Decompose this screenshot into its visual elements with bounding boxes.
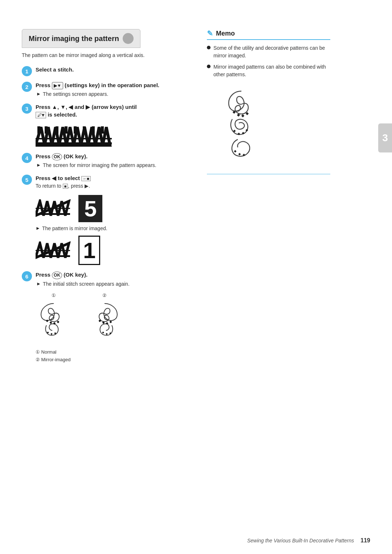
step-3: 3 Press ▲, ▼, ◀ and ▶ (arrow keys) until… [22, 103, 185, 118]
ok-key-icon-4: OK [52, 153, 62, 161]
section-title-box: Mirror imaging the pattern [22, 29, 140, 48]
step-num-4: 4 [22, 153, 32, 163]
mirror-zigzag-svg [36, 199, 72, 217]
step-2-content: Press ▶▼ (settings key) in the operation… [36, 81, 185, 98]
svg-rect-18 [49, 321, 52, 324]
mirror-select-icon: ←■ [81, 176, 91, 181]
memo-dot-1 [207, 46, 211, 49]
memo-item-2: Mirror imaged patterns can also be combi… [207, 63, 330, 78]
step-num-5: 5 [22, 175, 32, 185]
svg-rect-2 [45, 126, 48, 134]
svg-rect-3 [56, 126, 58, 134]
step-4-content: Press OK (OK key). ► The screen for mirr… [36, 152, 185, 169]
memo-title-text: Memo [216, 30, 235, 37]
return-icon: ■ [63, 184, 68, 189]
diagram-mirror: ② [86, 293, 123, 343]
bottom-diagrams: ① [36, 293, 185, 343]
mirror-zigzag-svg-2 [36, 241, 72, 260]
display-num-5: 5 [78, 195, 102, 222]
step-num-1: 1 [22, 66, 32, 76]
step-2-bullet: ► The settings screen appears. [36, 91, 185, 98]
svg-rect-33 [241, 114, 244, 117]
caption-mirror: ② Mirror-imaged [36, 356, 185, 364]
memo-title-bar: ✎ Memo [207, 29, 330, 40]
step-num-6: 6 [22, 271, 32, 281]
step-6-label: Press OK (OK key). [36, 271, 185, 279]
step-5-content: Press ◀ to select ←■ To return to ■, pre… [36, 174, 185, 190]
step-num-3: 3 [22, 103, 32, 114]
arrow-icon-2: ► [36, 91, 41, 97]
memo-list: Some of the utility and decorative patte… [207, 44, 330, 78]
memo-dot-2 [207, 65, 211, 68]
step-1-content: Select a stitch. [36, 66, 185, 73]
step-1: 1 Select a stitch. [22, 66, 185, 76]
intro-text: The pattern can be mirror imaged along a… [22, 52, 185, 59]
svg-rect-8 [101, 126, 104, 134]
caption-normal: ① Normal [36, 349, 185, 356]
svg-rect-30 [109, 332, 111, 334]
mirror-display-5-row: 5 [36, 195, 185, 222]
arrow-icon-6: ► [36, 281, 41, 286]
step-5: 5 Press ◀ to select ←■ To return to ■, p… [22, 174, 185, 190]
title-tab-shape [123, 33, 134, 44]
svg-rect-5 [74, 126, 77, 134]
page-tab-number: 3 [382, 132, 388, 144]
stitch-pattern-svg [36, 123, 112, 149]
step-1-label: Select a stitch. [36, 66, 185, 73]
stitch-icon-label: 🖊▼ [36, 112, 46, 118]
step-6-content: Press OK (OK key). ► The initial stitch … [36, 271, 185, 288]
step-6-bullet: ► The initial stitch screen appears agai… [36, 281, 185, 288]
step-6-bullet-text: The initial stitch screen appears again. [43, 281, 130, 288]
right-column: ✎ Memo Some of the utility and decorativ… [196, 15, 341, 539]
right-decorative-svg [218, 86, 265, 166]
diagram-normal: ① [36, 293, 72, 343]
decorative-pattern-img [218, 86, 330, 167]
svg-rect-10 [36, 138, 112, 139]
step-2-label: Press ▶▼ (settings key) in the operation… [36, 81, 185, 89]
step-2: 2 Press ▶▼ (settings key) in the operati… [22, 81, 185, 98]
footer-page-number: 119 [360, 537, 370, 544]
svg-rect-29 [106, 333, 108, 335]
svg-rect-15 [36, 255, 70, 257]
settings-key-icon: ▶▼ [52, 82, 63, 90]
footer-italic-text: Sewing the Various Built-In Decorative P… [247, 538, 354, 543]
ok-key-icon-6: OK [52, 272, 62, 279]
step-4-label: Press OK (OK key). [36, 152, 185, 160]
svg-rect-40 [238, 153, 241, 155]
svg-rect-1 [37, 126, 40, 134]
section-title: Mirror imaging the pattern [29, 34, 119, 43]
step-3-label: Press ▲, ▼, ◀ and ▶ (arrow keys) until 🖊… [36, 103, 185, 118]
caption-list: ① Normal ② Mirror-imaged [36, 349, 185, 364]
step-5-sub: To return to ■, press ▶. [36, 183, 185, 190]
display-num-1: 1 [78, 236, 100, 265]
memo-icon: ✎ [207, 29, 213, 38]
memo-item-1: Some of the utility and decorative patte… [207, 44, 330, 60]
right-divider [207, 174, 330, 174]
page-footer: Sewing the Various Built-In Decorative P… [247, 537, 370, 544]
zigzag-group [36, 126, 112, 145]
svg-rect-6 [83, 126, 86, 134]
svg-rect-22 [50, 333, 53, 335]
step-3-content: Press ▲, ▼, ◀ and ▶ (arrow keys) until 🖊… [36, 103, 185, 118]
step-4-bullet: ► The screen for mirror imaging the patt… [36, 162, 185, 169]
svg-rect-20 [57, 321, 59, 323]
diagram-normal-num: ① [52, 293, 56, 298]
arrow-icon-4: ► [36, 162, 41, 168]
svg-rect-4 [65, 126, 68, 134]
svg-rect-12 [36, 213, 70, 215]
mirror-imaged-text: The pattern is mirror imaged. [42, 225, 107, 232]
page: Mirror imaging the pattern The pattern c… [0, 0, 392, 554]
mirror-imaged-bullet: ► The pattern is mirror imaged. [36, 225, 185, 232]
step-2-bullet-text: The settings screen appears. [43, 91, 109, 98]
page-tab: 3 [378, 123, 392, 152]
svg-rect-7 [92, 126, 95, 134]
step-6: 6 Press OK (OK key). ► The initial stitc… [22, 271, 185, 288]
step-4: 4 Press OK (OK key). ► The screen for mi… [22, 152, 185, 169]
memo-item-2-text: Mirror imaged patterns can also be combi… [213, 63, 330, 78]
stitch-pattern-block [36, 123, 185, 149]
step-1-strong: Select a stitch. [36, 66, 74, 73]
svg-rect-27 [109, 321, 112, 323]
mirror-display-1-row: 1 [36, 236, 185, 265]
memo-section: ✎ Memo Some of the utility and decorativ… [207, 29, 330, 174]
diagram-mirror-num: ② [102, 293, 107, 298]
